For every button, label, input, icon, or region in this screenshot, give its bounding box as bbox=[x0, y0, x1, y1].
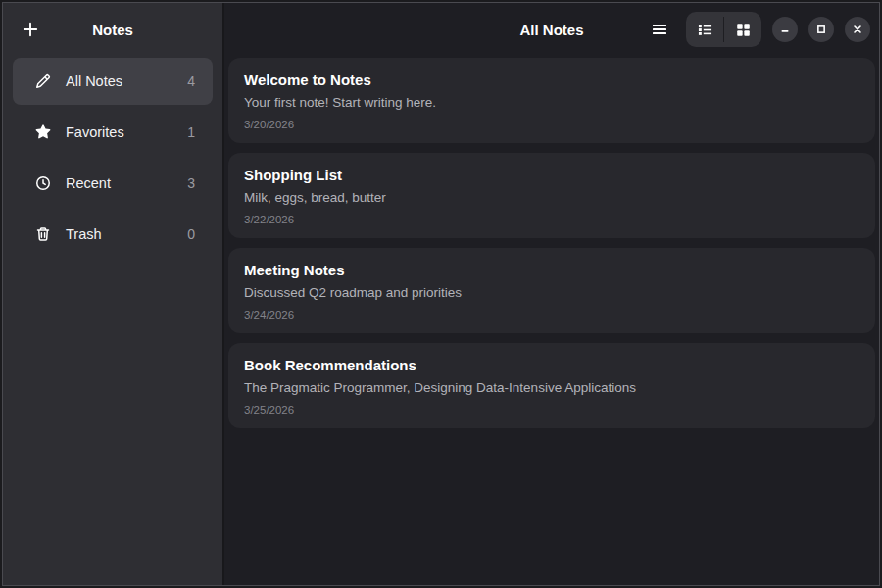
sidebar-item-label: Trash bbox=[66, 226, 102, 242]
note-date: 3/22/2026 bbox=[244, 213, 859, 226]
sidebar-item-trash[interactable]: Trash 0 bbox=[13, 211, 213, 258]
new-note-button[interactable] bbox=[15, 14, 46, 45]
sidebar-item-count: 0 bbox=[187, 226, 195, 242]
menu-button[interactable] bbox=[644, 14, 675, 45]
sidebar-item-count: 3 bbox=[187, 175, 195, 191]
note-card[interactable]: Shopping List Milk, eggs, bread, butter … bbox=[228, 153, 875, 238]
plus-icon bbox=[22, 21, 39, 38]
minimize-button[interactable] bbox=[772, 17, 798, 42]
pencil-icon bbox=[35, 74, 51, 89]
sidebar-item-label: Favorites bbox=[66, 124, 124, 140]
close-button[interactable] bbox=[845, 17, 870, 42]
grid-view-icon bbox=[736, 23, 751, 37]
note-title: Shopping List bbox=[244, 166, 859, 184]
note-title: Book Recommendations bbox=[244, 356, 859, 374]
sidebar: Notes All Notes 4 Favorites 1 bbox=[3, 3, 222, 585]
note-preview: The Pragmatic Programmer, Designing Data… bbox=[244, 379, 859, 396]
close-icon bbox=[851, 23, 864, 36]
note-date: 3/24/2026 bbox=[244, 308, 859, 321]
sidebar-item-all-notes[interactable]: All Notes 4 bbox=[13, 58, 213, 105]
minimize-icon bbox=[778, 23, 792, 36]
note-preview: Milk, eggs, bread, butter bbox=[244, 189, 859, 206]
view-mode-toggle bbox=[686, 12, 761, 47]
sidebar-item-recent[interactable]: Recent 3 bbox=[13, 160, 213, 207]
maximize-button[interactable] bbox=[808, 17, 834, 42]
sidebar-item-label: All Notes bbox=[66, 74, 122, 89]
list-view-icon bbox=[698, 23, 712, 37]
headerbar-actions bbox=[644, 12, 879, 47]
sidebar-nav: All Notes 4 Favorites 1 Recent 3 bbox=[3, 56, 222, 260]
sidebar-item-count: 1 bbox=[187, 124, 195, 140]
note-card[interactable]: Book Recommendations The Pragmatic Progr… bbox=[228, 343, 875, 428]
sidebar-header: Notes bbox=[3, 3, 222, 56]
sidebar-item-label: Recent bbox=[66, 175, 111, 191]
note-preview: Discussed Q2 roadmap and priorities bbox=[244, 284, 859, 301]
grid-view-button[interactable] bbox=[724, 12, 761, 47]
sidebar-item-favorites[interactable]: Favorites 1 bbox=[13, 109, 213, 156]
list-view-button[interactable] bbox=[686, 12, 723, 47]
sidebar-item-count: 4 bbox=[187, 74, 195, 89]
note-preview: Your first note! Start writing here. bbox=[244, 94, 859, 111]
clock-icon bbox=[35, 175, 51, 191]
note-title: Welcome to Notes bbox=[244, 71, 859, 89]
notes-list: Welcome to Notes Your first note! Start … bbox=[224, 56, 879, 430]
maximize-icon bbox=[814, 23, 828, 36]
hamburger-icon bbox=[652, 22, 667, 37]
trash-icon bbox=[35, 226, 51, 242]
note-card[interactable]: Meeting Notes Discussed Q2 roadmap and p… bbox=[228, 248, 875, 333]
note-date: 3/25/2026 bbox=[244, 403, 859, 416]
notes-app-window: Notes All Notes 4 Favorites 1 bbox=[2, 2, 880, 586]
headerbar: All Notes bbox=[224, 3, 879, 56]
main-area: All Notes bbox=[224, 3, 879, 585]
note-title: Meeting Notes bbox=[244, 261, 859, 279]
note-date: 3/20/2026 bbox=[244, 118, 859, 131]
star-icon bbox=[35, 124, 51, 140]
note-card[interactable]: Welcome to Notes Your first note! Start … bbox=[228, 58, 875, 143]
